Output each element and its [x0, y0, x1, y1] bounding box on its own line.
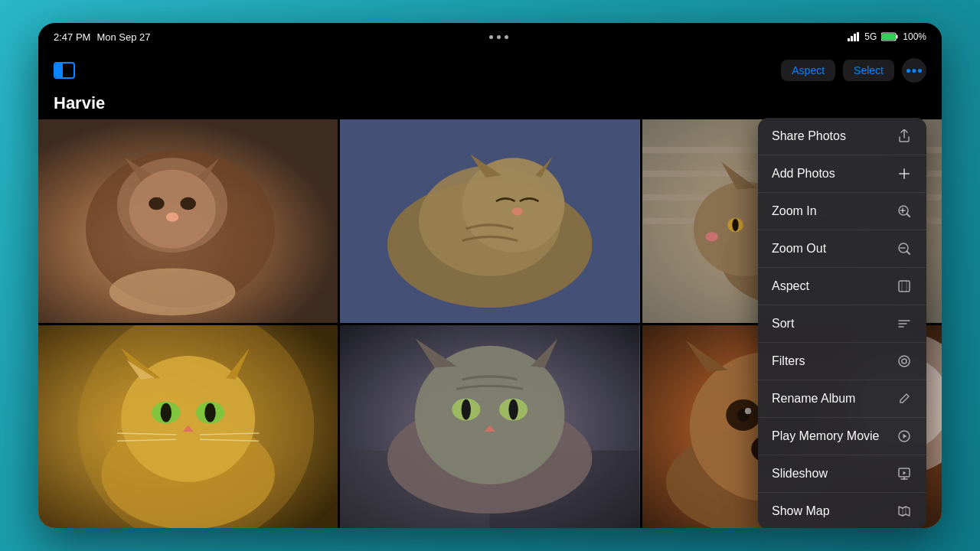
filters-icon [896, 353, 913, 370]
svg-point-51 [204, 403, 215, 422]
aspect-label: Aspect [772, 279, 896, 293]
svg-point-50 [161, 403, 172, 422]
menu-item-zoom-out[interactable]: Zoom Out [758, 230, 926, 268]
svg-rect-93 [899, 281, 910, 292]
status-right: 5G 100% [848, 31, 926, 42]
svg-point-15 [129, 170, 215, 249]
svg-rect-0 [848, 38, 850, 41]
sort-label: Sort [772, 317, 896, 331]
show-map-label: Show Map [772, 504, 896, 518]
menu-item-zoom-in[interactable]: Zoom In [758, 193, 926, 230]
play-memory-movie-label: Play Memory Movie [772, 429, 896, 443]
menu-item-play-memory-movie[interactable]: Play Memory Movie [758, 418, 926, 455]
rename-album-label: Rename Album [772, 392, 896, 406]
nav-bar: Aspect Select [38, 51, 942, 90]
pencil-icon [896, 390, 913, 407]
dropdown-menu: Share Photos Add Photos [758, 118, 926, 528]
svg-rect-3 [857, 32, 859, 41]
photo-cell-4[interactable] [38, 325, 338, 529]
nav-right: Aspect Select [781, 58, 926, 83]
date: Mon Sep 27 [96, 31, 150, 43]
album-title: Harvie [38, 90, 942, 119]
status-dots [489, 35, 508, 39]
zoom-in-label: Zoom In [772, 204, 896, 218]
aspect-button[interactable]: Aspect [781, 60, 835, 81]
slideshow-label: Slideshow [772, 467, 896, 481]
sort-icon [896, 315, 913, 332]
svg-point-67 [509, 399, 518, 419]
photo-cell-1[interactable]: 🐱 [38, 119, 338, 323]
menu-item-sort[interactable]: Sort [758, 305, 926, 343]
svg-point-40 [705, 232, 717, 241]
svg-point-80 [745, 408, 751, 414]
svg-line-92 [907, 252, 910, 254]
signal-icon [848, 32, 860, 41]
play-memory-icon [896, 428, 913, 445]
menu-item-rename-album[interactable]: Rename Album [758, 380, 926, 418]
photo-cell-5[interactable] [340, 325, 639, 529]
battery-pct: 100% [903, 31, 926, 42]
menu-item-aspect[interactable]: Aspect [758, 268, 926, 305]
svg-point-97 [899, 356, 910, 367]
filters-label: Filters [772, 354, 896, 368]
menu-item-show-map[interactable]: Show Map [758, 493, 926, 528]
svg-point-98 [902, 359, 906, 364]
zoom-out-icon [896, 240, 913, 257]
time: 2:47 PM [54, 31, 90, 43]
zoom-out-label: Zoom Out [772, 242, 896, 256]
tablet-frame: 2:47 PM Mon Sep 27 5G [38, 23, 942, 528]
status-bar: 2:47 PM Mon Sep 27 5G [38, 23, 942, 51]
select-button[interactable]: Select [843, 60, 894, 81]
share-photos-label: Share Photos [772, 129, 896, 143]
svg-point-16 [166, 212, 178, 221]
more-button[interactable] [902, 58, 926, 83]
svg-point-7 [906, 69, 910, 73]
network-type: 5G [864, 31, 877, 42]
svg-point-18 [180, 197, 196, 210]
svg-point-17 [149, 197, 165, 210]
svg-point-66 [462, 399, 471, 419]
menu-item-share-photos[interactable]: Share Photos [758, 118, 926, 155]
status-left: 2:47 PM Mon Sep 27 [54, 31, 151, 43]
svg-point-39 [732, 219, 738, 231]
slideshow-icon [896, 465, 913, 482]
add-photos-label: Add Photos [772, 167, 896, 181]
svg-point-19 [109, 269, 236, 316]
share-icon [896, 128, 913, 145]
photo-cell-2[interactable] [340, 119, 639, 323]
nav-left [54, 62, 75, 79]
svg-point-9 [918, 69, 922, 73]
svg-rect-2 [854, 34, 856, 41]
menu-item-filters[interactable]: Filters [758, 343, 926, 380]
map-icon [896, 503, 913, 520]
zoom-in-icon [896, 203, 913, 220]
svg-line-89 [907, 214, 910, 217]
svg-rect-1 [851, 36, 853, 41]
sidebar-toggle[interactable] [54, 62, 75, 79]
svg-point-8 [913, 69, 916, 73]
menu-item-add-photos[interactable]: Add Photos [758, 155, 926, 193]
menu-item-slideshow[interactable]: Slideshow [758, 455, 926, 493]
plus-icon [896, 165, 913, 182]
svg-point-27 [512, 207, 523, 215]
svg-rect-5 [897, 35, 898, 39]
app-content: Aspect Select Harvie 🐱 [38, 51, 942, 528]
svg-rect-6 [882, 34, 895, 40]
aspect-icon [896, 278, 913, 295]
battery-icon [881, 32, 898, 41]
